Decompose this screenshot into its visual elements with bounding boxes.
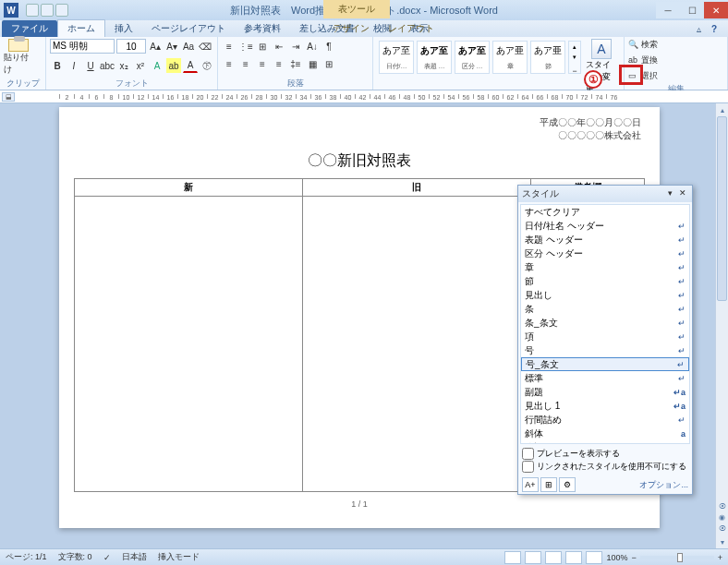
align-right-icon[interactable]: ≡ [255,56,270,71]
tab-insert[interactable]: 挿入 [105,20,142,37]
align-left-icon[interactable]: ≡ [222,56,237,71]
underline-button[interactable]: U [83,58,98,73]
style-item-1[interactable]: あア至表題 … [417,41,452,74]
style-list-item[interactable]: 強調斜体a [521,440,689,444]
show-marks-icon[interactable]: ¶ [322,39,336,54]
zoom-out-icon[interactable]: − [631,553,636,562]
view-draft-icon[interactable] [586,551,602,564]
grow-font-icon[interactable]: A▴ [148,39,163,54]
tab-page-layout[interactable]: ページレイアウト [142,20,235,37]
new-style-icon[interactable]: A+ [522,477,539,492]
status-zoom[interactable]: 100% [606,553,627,562]
find-button[interactable]: 🔍検索 [628,39,658,51]
status-mode[interactable]: 挿入モード [158,551,200,563]
close-button[interactable]: ✕ [704,2,728,18]
strike-button[interactable]: abc [100,58,115,73]
italic-button[interactable]: I [67,58,81,73]
status-words[interactable]: 文字数: 0 [58,551,92,563]
style-item-3[interactable]: あア亜章 [492,41,528,74]
style-list-item[interactable]: 節↵ [521,274,689,288]
pane-close-icon[interactable]: ✕ [677,188,688,199]
font-size-select[interactable] [116,39,146,54]
style-list-item[interactable]: 号↵ [521,343,689,357]
view-outline-icon[interactable] [565,551,582,564]
disable-linked-checkbox[interactable]: リンクされたスタイルを使用不可にする [522,461,688,473]
style-list-item[interactable]: 条_条文↵ [521,316,689,330]
style-list-item[interactable]: 区分 ヘッダー↵ [521,246,689,260]
bold-button[interactable]: B [50,58,65,73]
status-proof-icon[interactable]: ✓ [103,553,111,562]
clear-format-icon[interactable]: ⌫ [198,39,212,54]
style-list-item[interactable]: 日付/社名 ヘッダー↵ [521,219,689,233]
preview-checkbox[interactable]: プレビューを表示する [522,448,688,460]
tab-references[interactable]: 参考資料 [235,20,290,37]
line-spacing-icon[interactable]: ‡≡ [288,56,303,71]
scroll-up-icon[interactable]: ▴ [716,103,728,116]
style-list-item[interactable]: 表題 ヘッダー↵ [521,233,689,246]
enclose-char-icon[interactable]: ㊦ [200,58,214,73]
superscript-button[interactable]: x² [133,58,148,73]
ruler-corner[interactable]: ⬓ [2,92,15,102]
zoom-in-icon[interactable]: + [718,553,722,562]
style-list-item[interactable]: 副題↵a [521,385,689,399]
manage-styles-icon[interactable]: ⚙ [559,477,576,492]
status-page[interactable]: ページ: 1/1 [6,551,47,563]
style-list-item[interactable]: 標準↵ [521,371,689,385]
paste-button[interactable]: 貼り付け [4,39,33,76]
tab-table-layout[interactable]: レイアウト [379,20,443,37]
font-name-select[interactable] [50,39,115,54]
highlight-button[interactable]: ab [166,58,181,73]
change-case-icon[interactable]: Aa [181,39,196,54]
view-web-icon[interactable] [545,551,562,564]
style-list-item[interactable]: 条↵ [521,302,689,316]
style-list-item[interactable]: 章↵ [521,260,689,274]
maximize-button[interactable]: ☐ [680,2,704,18]
view-print-icon[interactable] [504,551,521,564]
prev-page-icon[interactable]: ⦿ [716,502,728,513]
style-item-2[interactable]: あア至区分 … [455,41,490,74]
redo-icon[interactable] [55,4,68,17]
indent-dec-icon[interactable]: ⇤ [272,39,286,54]
style-list-item[interactable]: 項↵ [521,330,689,343]
status-lang[interactable]: 日本語 [122,551,147,563]
shading-icon[interactable]: ▦ [305,56,320,71]
scroll-down-icon[interactable]: ▾ [716,535,728,548]
view-read-icon[interactable] [525,551,541,564]
style-inspector-icon[interactable]: ⊞ [540,477,557,492]
tab-home[interactable]: ホーム [57,19,105,37]
style-list-item[interactable]: 行間詰め↵ [521,413,689,427]
numbering-icon[interactable]: ⋮≡ [238,39,253,54]
style-gallery[interactable]: あア至日付/… あア至表題 … あア至区分 … あア亜章 あア亜節 ▴▾⎯ [377,39,583,76]
styles-options-link[interactable]: オプション... [639,479,688,491]
next-page-icon[interactable]: ⦿ [716,524,728,535]
shrink-font-icon[interactable]: A▾ [164,39,179,54]
tab-table-design[interactable]: デザイン [323,20,379,37]
indent-inc-icon[interactable]: ⇥ [288,39,303,54]
styles-list[interactable]: すべてクリア日付/社名 ヘッダー↵表題 ヘッダー↵区分 ヘッダー↵章↵節↵見出し… [520,204,690,444]
save-icon[interactable] [26,4,39,17]
style-list-item[interactable]: 号_条文↵ [521,357,689,371]
justify-icon[interactable]: ≡ [272,56,286,71]
pane-dropdown-icon[interactable]: ▾ [664,188,675,199]
sort-icon[interactable]: A↓ [305,39,320,54]
subscript-button[interactable]: x₂ [116,58,131,73]
vertical-scrollbar[interactable]: ▴ ⦿ ◉ ⦿ ▾ [715,103,728,548]
scroll-thumb[interactable] [717,116,727,301]
style-list-item[interactable]: 斜体a [521,427,689,440]
tab-file[interactable]: ファイル [2,20,57,37]
horizontal-ruler[interactable]: ⬓ 24681012141618202224262830323436384042… [0,90,728,103]
undo-icon[interactable] [41,4,54,17]
multilevel-icon[interactable]: ⊞ [255,39,270,54]
style-list-item[interactable]: 見出し 1↵a [521,399,689,413]
minimize-button[interactable]: ─ [656,2,680,18]
style-list-item[interactable]: 見出し↵ [521,288,689,302]
align-center-icon[interactable]: ≡ [238,56,253,71]
font-color-button[interactable]: A [183,58,198,73]
bullets-icon[interactable]: ≡ [222,39,237,54]
help-icon[interactable]: ? [711,24,724,37]
style-gallery-more[interactable]: ▴▾⎯ [568,41,581,74]
style-item-4[interactable]: あア亜節 [530,41,565,74]
borders-icon[interactable]: ⊞ [322,56,336,71]
browse-object-icon[interactable]: ◉ [716,513,728,524]
style-item-0[interactable]: あア至日付/… [379,41,414,74]
